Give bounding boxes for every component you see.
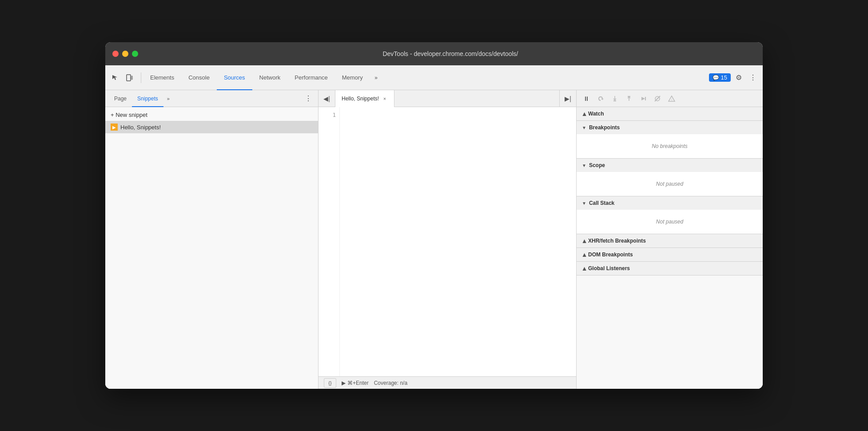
editor-statusbar: {} ▶ ⌘+Enter Coverage: n/a: [319, 376, 576, 389]
call-stack-label: Call Stack: [589, 200, 614, 206]
global-listeners-section-header[interactable]: ▶ Global Listeners: [577, 262, 763, 275]
format-icon[interactable]: {}: [324, 378, 336, 388]
breakpoints-arrow-icon: ▼: [582, 125, 586, 130]
svg-rect-4: [645, 97, 646, 100]
deactivate-breakpoints-icon[interactable]: [651, 92, 664, 105]
toolbar-right: 💬 15 ⚙ ⋮: [709, 72, 759, 84]
scope-section: ▼ Scope Not paused: [577, 159, 763, 196]
dom-arrow-icon: ▶: [581, 253, 586, 256]
svg-rect-1: [131, 76, 132, 80]
xhr-arrow-icon: ▶: [581, 239, 586, 243]
watch-arrow-icon: ▶: [581, 112, 586, 116]
global-listeners-section: ▶ Global Listeners: [577, 262, 763, 275]
run-shortcut: ⌘+Enter: [347, 380, 369, 386]
watch-label: Watch: [588, 111, 604, 117]
scope-section-header[interactable]: ▼ Scope: [577, 159, 763, 172]
debugger-toolbar: ⏸: [577, 90, 763, 107]
step-button[interactable]: [637, 92, 649, 105]
file-tree: + New snippet ▶ Hello, Snippets!: [105, 107, 318, 389]
fullscreen-button[interactable]: [132, 51, 138, 57]
scope-arrow-icon: ▼: [582, 163, 586, 168]
call-stack-not-paused-text: Not paused: [584, 213, 756, 230]
settings-icon[interactable]: ⚙: [733, 72, 745, 84]
step-over-button[interactable]: [594, 92, 607, 105]
tab-elements[interactable]: Elements: [143, 65, 181, 90]
pause-on-exception-button[interactable]: !: [665, 92, 678, 105]
toolbar-icon-group: [109, 72, 135, 84]
svg-rect-0: [127, 75, 131, 81]
no-breakpoints-text: No breakpoints: [584, 138, 756, 155]
step-into-button[interactable]: [609, 92, 621, 105]
global-label: Global Listeners: [588, 265, 630, 271]
svg-rect-3: [628, 96, 630, 97]
tab-snippets[interactable]: Snippets: [132, 90, 163, 107]
dom-breakpoints-section: ▶ DOM Breakpoints: [577, 248, 763, 262]
chat-icon: 💬: [713, 75, 719, 81]
breakpoints-content: No breakpoints: [577, 134, 763, 158]
panel-tab-overflow[interactable]: »: [163, 94, 173, 104]
list-item[interactable]: ▶ Hello, Snippets!: [105, 121, 318, 133]
counter-value: 15: [721, 74, 727, 81]
breakpoints-section-header[interactable]: ▼ Breakpoints: [577, 121, 763, 134]
svg-rect-2: [613, 100, 616, 101]
code-editor[interactable]: [340, 107, 576, 376]
breakpoints-section: ▼ Breakpoints No breakpoints: [577, 121, 763, 159]
svg-line-5: [655, 96, 660, 101]
run-icon: ▶: [342, 380, 346, 386]
tab-overflow[interactable]: »: [370, 72, 382, 84]
messages-counter[interactable]: 💬 15: [709, 73, 731, 82]
line-number: 1: [319, 111, 336, 120]
watch-section-header[interactable]: ▶ Watch: [577, 107, 763, 120]
left-panel: Page Snippets » ⋮ + New snippet ▶: [105, 90, 319, 389]
scope-not-paused-text: Not paused: [584, 176, 756, 192]
tab-performance[interactable]: Performance: [287, 65, 334, 90]
tab-network[interactable]: Network: [252, 65, 288, 90]
inspect-icon[interactable]: [109, 72, 121, 84]
editor-tab-name: Hello, Snippets!: [342, 96, 379, 102]
right-panel: ⏸: [576, 90, 763, 389]
main-toolbar: Elements Console Sources Network Perform…: [105, 65, 763, 90]
run-snippet-icon[interactable]: ▶|: [559, 90, 576, 107]
xhr-fetch-section: ▶ XHR/fetch Breakpoints: [577, 234, 763, 248]
line-numbers: 1: [319, 107, 340, 376]
scope-label: Scope: [589, 162, 605, 168]
more-options-icon[interactable]: ⋮: [747, 72, 759, 84]
editor-toggle-sidebar-icon[interactable]: ◀|: [319, 90, 335, 107]
call-stack-content: Not paused: [577, 210, 763, 234]
debugger-sections: ▶ Watch ▼ Breakpoints No breakpoints: [577, 107, 763, 389]
call-stack-section: ▼ Call Stack Not paused: [577, 196, 763, 234]
dom-breakpoints-section-header[interactable]: ▶ DOM Breakpoints: [577, 248, 763, 261]
tab-console[interactable]: Console: [181, 65, 217, 90]
svg-text:!: !: [671, 98, 672, 102]
device-toolbar-icon[interactable]: [123, 72, 135, 84]
traffic-lights: [112, 51, 138, 57]
snippet-file-icon: ▶: [111, 124, 118, 131]
close-tab-icon[interactable]: ×: [382, 96, 388, 102]
xhr-label: XHR/fetch Breakpoints: [588, 238, 646, 244]
editor-area: 1: [319, 107, 576, 376]
left-panel-tabs: Page Snippets » ⋮: [105, 90, 318, 107]
coverage-label: Coverage: n/a: [374, 380, 407, 386]
tab-memory[interactable]: Memory: [335, 65, 370, 90]
new-snippet-button[interactable]: + New snippet: [105, 109, 318, 121]
editor-tab-active[interactable]: Hello, Snippets! ×: [335, 90, 394, 107]
toolbar-divider: [141, 72, 141, 83]
tab-page[interactable]: Page: [109, 90, 132, 107]
scope-content: Not paused: [577, 172, 763, 196]
breakpoints-label: Breakpoints: [589, 124, 620, 131]
window-title: DevTools - developer.chrome.com/docs/dev…: [145, 50, 756, 57]
run-button[interactable]: ▶ ⌘+Enter: [342, 380, 369, 386]
step-out-button[interactable]: [623, 92, 635, 105]
editor-tabs: ◀| Hello, Snippets! × ▶|: [319, 90, 576, 107]
pause-button[interactable]: ⏸: [580, 92, 593, 105]
close-button[interactable]: [112, 51, 119, 57]
snippet-name: Hello, Snippets!: [120, 124, 161, 131]
minimize-button[interactable]: [122, 51, 128, 57]
xhr-fetch-section-header[interactable]: ▶ XHR/fetch Breakpoints: [577, 234, 763, 247]
titlebar: DevTools - developer.chrome.com/docs/dev…: [105, 42, 763, 65]
devtools-window: DevTools - developer.chrome.com/docs/dev…: [105, 42, 763, 389]
panel-more-icon[interactable]: ⋮: [302, 92, 315, 105]
main-tabs: Elements Console Sources Network Perform…: [143, 65, 709, 90]
call-stack-section-header[interactable]: ▼ Call Stack: [577, 196, 763, 210]
tab-sources[interactable]: Sources: [217, 65, 252, 90]
